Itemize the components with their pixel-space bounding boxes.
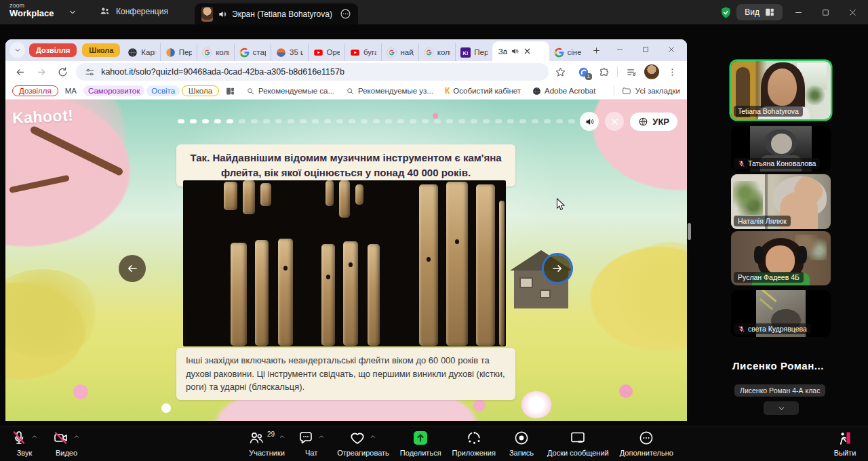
participant-tile[interactable]: Руслан Фадеев 4Б <box>731 231 831 285</box>
bookmark-item[interactable]: МА <box>60 85 81 96</box>
progress-dot <box>568 119 575 123</box>
browser-tab[interactable]: Oper <box>308 43 344 61</box>
language-button[interactable]: УКР <box>630 113 677 131</box>
forward-button[interactable] <box>32 62 50 81</box>
all-bookmarks[interactable]: Усі закладки <box>610 86 680 96</box>
browser-minimize-button[interactable] <box>607 39 633 60</box>
toolbar-apps-button[interactable]: Приложения <box>452 430 496 457</box>
flower <box>73 384 88 399</box>
participant-name-only[interactable]: Лисенко Роман... <box>732 360 831 372</box>
toolbar-participants-button[interactable]: 29Участники <box>248 430 285 457</box>
progress-dot <box>544 119 551 123</box>
toolbar-leave-button[interactable]: Выйти <box>830 430 860 457</box>
chevron-up-icon[interactable] <box>318 433 325 440</box>
bookmark-item[interactable]: Дозвілля <box>12 85 58 96</box>
back-button[interactable] <box>11 62 29 81</box>
participant-tile[interactable]: Tetiana Bohatyrova <box>731 61 831 119</box>
site-settings-icon[interactable] <box>85 67 95 77</box>
bookmark-item[interactable]: КОсобистий кабінет <box>440 85 526 97</box>
window-close-button[interactable] <box>841 3 864 22</box>
tab-meeting[interactable]: Конференция <box>99 5 168 17</box>
tab-screen-share[interactable]: Экран (Tetiana Bohatyrova) <box>195 3 358 24</box>
tab-search-chevron-button[interactable] <box>9 42 25 58</box>
reading-list-button[interactable] <box>622 62 641 81</box>
browser-tab[interactable]: стар <box>234 43 271 61</box>
bookmark-item[interactable]: Саморозвиток <box>83 85 144 96</box>
avatar <box>201 7 213 22</box>
window-minimize-button[interactable] <box>787 3 810 22</box>
google-favicon-icon <box>554 47 564 58</box>
toolbar-mic-off-button[interactable]: Звук <box>9 430 39 457</box>
toolbar-label: Запись <box>509 449 534 457</box>
ellipsis-circle-icon[interactable] <box>340 8 351 20</box>
bookmark-star-button[interactable] <box>551 62 570 81</box>
url-bar[interactable]: kahoot.it/solo?quizId=90468ada-0cad-42ba… <box>76 63 549 81</box>
browser-close-button[interactable] <box>658 39 684 60</box>
bone-hole <box>326 275 330 279</box>
bone-fragment <box>255 240 269 346</box>
browser-tab[interactable]: Кари <box>123 43 159 61</box>
toolbar-react-button[interactable]: Отреагировать <box>337 430 389 457</box>
assistant-extension-button[interactable]: 1 <box>574 62 593 81</box>
reload-button[interactable] <box>54 62 72 81</box>
chevron-down-icon[interactable] <box>68 7 77 17</box>
participants-expand-button[interactable] <box>764 401 799 415</box>
kahoot-controls: УКР <box>580 112 677 131</box>
tab-close-icon[interactable] <box>523 47 532 56</box>
bookmark-item[interactable]: Освіта <box>146 85 180 96</box>
bookmark-item[interactable] <box>221 85 239 97</box>
video-thumbnail <box>733 181 763 215</box>
react-icon <box>349 430 366 446</box>
previous-button[interactable] <box>119 255 146 282</box>
kahoot-page: Kahoot! УКР Так. Найдавнішим відомим муз… <box>5 100 687 421</box>
tab-group-2[interactable]: Школа <box>82 43 120 57</box>
browser-menu-button[interactable] <box>663 62 682 81</box>
logo-text-bottom: Workplace <box>9 9 54 18</box>
progress-dot <box>483 119 490 123</box>
participant-tile[interactable]: Наталія Лялюк <box>731 174 831 229</box>
chevron-up-icon[interactable] <box>370 433 376 440</box>
new-tab-button[interactable] <box>589 42 604 58</box>
browser-tab[interactable]: Пер <box>160 43 197 61</box>
progress-dot <box>532 119 538 123</box>
bookmark-item[interactable]: Школа <box>182 85 219 96</box>
browser-tab[interactable]: буга <box>344 43 381 61</box>
participant-tile[interactable]: Татьяна Коновалова <box>731 126 831 172</box>
tab-group-1[interactable]: Дозвілля <box>29 43 77 57</box>
globe-dark-favicon-icon <box>127 47 138 58</box>
toolbar-more-button[interactable]: Дополнительно <box>620 430 673 457</box>
toolbar-record-button[interactable]: Запись <box>507 430 536 457</box>
bookmark-item[interactable]: Рекомендуемые уз... <box>341 85 438 97</box>
profile-avatar[interactable] <box>644 64 659 79</box>
close-quiz-button[interactable] <box>605 112 624 131</box>
scrollbar-thumb[interactable] <box>688 223 691 240</box>
toolbar-share-button[interactable]: Поделиться <box>400 430 441 457</box>
mouse-cursor <box>556 198 566 214</box>
chevron-up-icon[interactable] <box>279 433 285 440</box>
extensions-button[interactable] <box>594 62 613 81</box>
bookmark-item[interactable]: Рекомендуемые са... <box>241 85 339 97</box>
toolbar-chat-button[interactable]: Чат <box>296 430 326 457</box>
bookmark-item[interactable]: Adobe Acrobat <box>528 85 600 97</box>
toolbar-whiteboard-button[interactable]: Доски сообщений <box>547 430 609 457</box>
tab-label: коли <box>437 48 450 56</box>
chevron-up-icon[interactable] <box>31 433 38 440</box>
browser-tab[interactable]: 35 ц <box>271 43 307 61</box>
next-button[interactable] <box>544 255 571 282</box>
folder-icon <box>622 86 631 96</box>
participant-tile[interactable]: света Кудрявцева <box>731 290 831 337</box>
browser-tab[interactable]: коли <box>197 43 233 61</box>
window-restore-button[interactable] <box>814 3 837 22</box>
toolbar-cam-off-button[interactable]: Видео <box>52 430 81 457</box>
chevron-up-icon[interactable] <box>73 433 80 440</box>
view-button[interactable]: Вид <box>736 4 783 20</box>
browser-tab-active[interactable]: За <box>492 41 549 61</box>
browser-restore-button[interactable] <box>633 39 658 60</box>
sound-button[interactable] <box>580 112 599 131</box>
browser-tab[interactable]: сіне <box>549 43 586 61</box>
browser-tab[interactable]: K!Пер <box>455 43 492 61</box>
browser-tab[interactable]: найд <box>381 43 418 61</box>
progress-dot <box>434 119 441 123</box>
zoom-titlebar: zoom Workplace Конференция Экран (Tetian… <box>0 0 868 24</box>
browser-tab[interactable]: коли <box>418 43 455 61</box>
